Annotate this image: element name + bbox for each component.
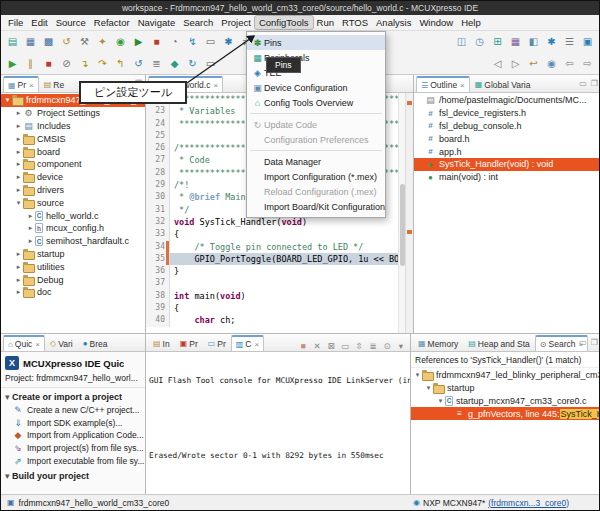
forward-icon[interactable]: ⇨ [579, 55, 596, 73]
expander-icon[interactable]: ▸ [14, 135, 23, 143]
menu-item[interactable]: RTOS [338, 16, 372, 29]
overview-ruler[interactable] [405, 93, 413, 333]
code-line[interactable]: 34 /* Toggle pin connected to LED */ [146, 241, 413, 253]
expander-icon[interactable]: ▸ [26, 237, 35, 245]
profile-icon[interactable]: ◔ [166, 33, 183, 51]
perspective-icon[interactable]: ☰ [561, 33, 578, 51]
panel-tab[interactable]: ▣ Pr [175, 335, 203, 351]
terminate-console-icon[interactable]: ■ [297, 341, 309, 351]
expander-icon[interactable]: ▾ [413, 371, 422, 379]
code-line[interactable]: 33 { [146, 228, 413, 240]
menu-item[interactable]: Refactor [90, 16, 134, 29]
outline-item[interactable]: main(void) : int [414, 171, 600, 184]
panel-tab[interactable]: ◇ Vari [45, 335, 78, 351]
outline-item[interactable]: board.h [414, 132, 600, 145]
menu-item[interactable]: File [4, 16, 27, 29]
tab-close-icon[interactable]: × [29, 81, 34, 90]
ide-icon[interactable]: ✱ [543, 33, 560, 51]
minimize-icon[interactable] [579, 338, 587, 347]
remove-launch-icon[interactable]: ✕ [311, 341, 323, 351]
panel-tab[interactable]: ▤ Heap and Sta [463, 335, 535, 351]
menu-item[interactable]: Project [217, 16, 255, 29]
config-menu-item[interactable]: Data Manager [247, 154, 385, 169]
quickstart-action[interactable]: ✎ Create a new C/C++ project... [1, 404, 145, 417]
panel-tab[interactable]: ▤ In [148, 335, 175, 351]
menu-item[interactable]: Window [415, 16, 457, 29]
back-icon[interactable]: ⇦ [561, 55, 578, 73]
menu-item[interactable]: Edit [27, 16, 51, 29]
expander-icon[interactable]: ▸ [14, 263, 23, 271]
expander-icon[interactable]: ▸ [14, 186, 23, 194]
config-menu-item[interactable]: ▣ Device Configuration [247, 80, 385, 95]
save-icon[interactable]: ▦ [22, 33, 39, 51]
code-line[interactable]: 36 } [146, 265, 413, 277]
menu-item[interactable]: Navigate [134, 16, 180, 29]
console-output[interactable]: GUI Flash Tool console for MCUXpresso ID… [146, 352, 410, 496]
code-line[interactable]: 37 [146, 277, 413, 289]
quickstart-action[interactable]: ⇘ Import project(s) from file sys... [1, 442, 145, 455]
word-wrap-icon[interactable]: ≣ [367, 341, 379, 351]
expander-icon[interactable]: ▾ [3, 96, 12, 104]
instruction-stepping-icon[interactable]: ≣ [148, 55, 165, 73]
outline-item[interactable]: fsl_device_registers.h [414, 107, 600, 120]
tab-close-icon[interactable]: × [35, 340, 40, 349]
tree-item[interactable]: ▸ utilities [1, 260, 145, 273]
search-result-item[interactable]: ▾ startup [411, 382, 600, 395]
clean-icon[interactable]: ✦ [94, 33, 111, 51]
code-line[interactable]: 39 { [146, 302, 413, 314]
disconnect-icon[interactable]: ⊘ [58, 55, 75, 73]
expander-icon[interactable]: ▸ [26, 212, 35, 220]
terminal-icon[interactable]: ▭ [202, 33, 219, 51]
resume-icon[interactable]: ▶ [4, 55, 21, 73]
prev-annotation-icon[interactable]: ◁ [489, 55, 506, 73]
quickstart-action[interactable]: ◆ Import from Application Code... [1, 429, 145, 442]
expander-icon[interactable]: ▾ [14, 199, 23, 207]
status-project-link[interactable]: (frdmmcxn...3_core0) [488, 498, 569, 508]
expander-icon[interactable]: ▸ [14, 250, 23, 258]
restart-icon[interactable]: ↺ [130, 55, 147, 73]
tree-item[interactable]: ▸ doc [1, 286, 145, 299]
new-icon[interactable]: ▤ [4, 33, 21, 51]
quickstart-action[interactable]: ⇓ Import SDK example(s)... [1, 417, 145, 430]
minimize-icon[interactable] [579, 79, 587, 88]
tree-item[interactable]: ▸ semihost_hardfault.c [1, 235, 145, 248]
config-menu-item[interactable]: ✽ Pins [247, 35, 385, 50]
develop-icon[interactable]: ▣ [579, 33, 596, 51]
outline-item[interactable]: fsl_debug_console.h [414, 120, 600, 133]
clocks-icon[interactable]: ◷ [471, 33, 488, 51]
stop-icon[interactable]: ■ [40, 55, 57, 73]
maximize-icon[interactable] [591, 79, 598, 88]
panel-tab[interactable]: ⌂ Quic × [3, 335, 45, 351]
panel-tab[interactable]: ▤ Re [39, 76, 69, 92]
new-wizard-icon[interactable]: ✱ [220, 33, 237, 51]
panel-tab[interactable]: ▭ Pr [203, 335, 231, 351]
next-annotation-icon[interactable]: ▷ [507, 55, 524, 73]
debug-icon[interactable]: ◉ [112, 33, 129, 51]
config-menu-item[interactable] [250, 147, 382, 151]
tab-close-icon[interactable]: × [213, 81, 218, 90]
build-icon[interactable]: ⚒ [76, 33, 93, 51]
config-menu-item[interactable]: ⌂ Config Tools Overview [247, 95, 385, 110]
panel-tab[interactable]: ☰ Outline × [416, 76, 470, 92]
tab-close-icon[interactable]: × [460, 81, 465, 90]
quickstart-section-build[interactable]: Build your project [1, 467, 145, 483]
tree-item[interactable]: ▸ CMSIS [1, 132, 145, 145]
tree-item[interactable]: ▸ Includes [1, 120, 145, 133]
run-icon[interactable]: ▶ [130, 33, 147, 51]
pin-editor-icon[interactable]: ◫ [453, 33, 470, 51]
refresh-icon[interactable]: ↻ [184, 55, 201, 73]
quickstart-action[interactable]: ⇗ Import executable from file sy... [1, 454, 145, 467]
menu-item[interactable]: Source [52, 16, 90, 29]
config-menu-item[interactable]: Import Board/Kit Configuration [247, 199, 385, 214]
tree-item[interactable]: ▸ drivers [1, 184, 145, 197]
code-line[interactable]: 38 int main(void) [146, 290, 413, 302]
expander-icon[interactable]: ▸ [14, 109, 23, 117]
pin-icon[interactable]: ◉ [543, 55, 560, 73]
tree-item[interactable]: ▸ Project Settings [1, 107, 145, 120]
expander-icon[interactable]: ▸ [14, 276, 23, 284]
remove-all-launches-icon[interactable]: ⊠ [325, 341, 337, 351]
menu-item[interactable]: Search [179, 16, 217, 29]
tab-close-icon[interactable]: × [254, 340, 259, 349]
tree-item[interactable]: ▸ board [1, 145, 145, 158]
expander-icon[interactable]: ▸ [14, 173, 23, 181]
